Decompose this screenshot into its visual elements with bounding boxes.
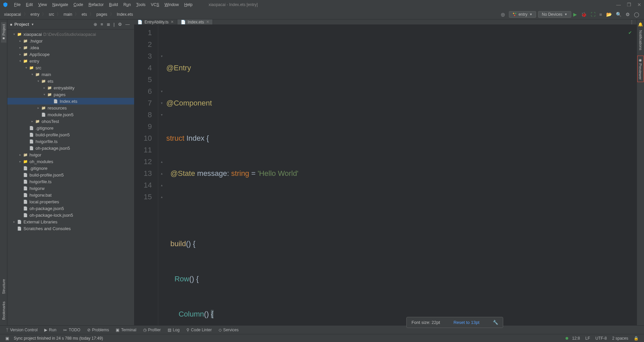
right-tab-previewer[interactable]: ◉ Previewer [637, 56, 644, 82]
app-logo-icon [3, 2, 8, 7]
bottom-todo[interactable]: ≔TODO [60, 328, 83, 332]
tree-item[interactable]: ▸.idea [7, 44, 134, 51]
tree-item[interactable]: ▾main [7, 71, 134, 78]
tree-item[interactable]: ▾entry [7, 58, 134, 64]
tab-index[interactable]: 📄 Index.ets ✕ [177, 19, 213, 24]
bottom-linter[interactable]: ⚲Code Linter [183, 328, 215, 332]
lock-icon[interactable]: 🔒 [631, 336, 641, 341]
tree-item[interactable]: .gitignore [7, 165, 134, 172]
menu-window[interactable]: Window [162, 2, 182, 7]
close-tab-icon[interactable]: ✕ [171, 20, 174, 24]
menu-tools[interactable]: Tools [133, 2, 148, 7]
settings-icon[interactable]: ⚙ [624, 12, 632, 17]
tree-item[interactable]: ▸oh_modules [7, 158, 134, 165]
analysis-ok-icon[interactable]: ✔ [628, 27, 632, 39]
tree-item[interactable]: ▾ets [7, 78, 134, 84]
user-icon[interactable]: ◯ [632, 12, 641, 17]
bottom-log[interactable]: ▤Log [164, 328, 183, 332]
menu-run[interactable]: Run [121, 2, 133, 7]
tree-item[interactable]: build-profile.json5 [7, 131, 134, 138]
status-toggle-icon[interactable]: ▣ [3, 336, 12, 341]
project-tree[interactable]: ▾xiaopacaiD:\DevEcoStudio\xiaopacai▸.hvi… [7, 29, 134, 325]
search-icon[interactable]: 🔍 [614, 12, 624, 17]
bottom-terminal[interactable]: ▣Terminal [112, 328, 139, 332]
reset-font-link[interactable]: Reset to 13pt [454, 320, 479, 325]
tree-item[interactable]: hvigorw [7, 185, 134, 192]
tree-item[interactable]: module.json5 [7, 111, 134, 118]
tree-item[interactable]: build-profile.json5 [7, 172, 134, 178]
cursor-position[interactable]: 12:8 [570, 336, 583, 341]
wrench-icon[interactable]: 🔧 [493, 320, 498, 325]
debug-icon[interactable]: 🐞 [579, 12, 589, 17]
project-view-selector[interactable]: ■ Project ▼ [10, 22, 34, 27]
tree-item[interactable]: oh-package-lock.json5 [7, 212, 134, 218]
fold-column[interactable]: ▾▾▾▾▴▴▴▴ [158, 25, 165, 325]
menu-code[interactable]: Code [71, 2, 86, 7]
tree-item[interactable]: ▸External Libraries [7, 218, 134, 225]
close-icon[interactable]: ✕ [637, 2, 641, 7]
left-tab-structure[interactable]: Structure [1, 277, 6, 296]
hide-panel-icon[interactable]: — [124, 22, 131, 27]
module-selector[interactable]: entry▼ [509, 11, 536, 18]
bottom-run[interactable]: ▶Run [41, 328, 60, 332]
collapse-all-icon[interactable]: ≣ [105, 22, 112, 27]
minimize-icon[interactable]: — [616, 2, 621, 7]
tab-entryability[interactable]: 📄 EntryAbility.ts ✕ [134, 19, 177, 24]
menu-view[interactable]: View [36, 2, 50, 7]
run-icon[interactable]: ▶ [571, 12, 579, 17]
tree-item[interactable]: oh-package.json5 [7, 205, 134, 212]
code-area[interactable]: ✔ @Entry @Component struct Index { @Stat… [165, 25, 637, 325]
indent[interactable]: 2 spaces [609, 336, 631, 341]
expand-all-icon[interactable]: ≡ [99, 22, 105, 27]
encoding[interactable]: UTF-8 [593, 336, 609, 341]
tree-item[interactable]: ▸resources [7, 105, 134, 111]
coverage-icon[interactable]: ⛶ [589, 12, 597, 17]
tree-item[interactable]: ▸AppScope [7, 51, 134, 58]
tree-item[interactable]: .gitignore [7, 125, 134, 131]
menu-edit[interactable]: Edit [23, 2, 36, 7]
tree-item[interactable]: ▸ohosTest [7, 118, 134, 125]
line-separator[interactable]: LF [583, 336, 593, 341]
menu-navigate[interactable]: Navigate [50, 2, 71, 7]
close-tab-icon[interactable]: ✕ [206, 20, 209, 24]
tab-menu-icon[interactable]: ⋮ [627, 19, 637, 24]
ets-file-icon: 📄 [137, 20, 142, 24]
tree-item[interactable]: ▸entryability [7, 84, 134, 91]
tree-item[interactable]: ▾pages [7, 91, 134, 98]
left-tab-project[interactable]: ■ Project [1, 22, 6, 43]
menu-vcs[interactable]: VCS [148, 2, 162, 7]
tree-settings-icon[interactable]: ⚙ [116, 22, 124, 27]
tree-item[interactable]: local.properties [7, 198, 134, 205]
right-tab-notifications[interactable]: Notifications [638, 28, 643, 52]
tree-item[interactable]: ▾xiaopacaiD:\DevEcoStudio\xiaopacai [7, 31, 134, 38]
line-gutter[interactable]: 123456789101112131415 [134, 25, 158, 325]
tree-item[interactable]: hvigorw.bat [7, 192, 134, 198]
menu-file[interactable]: File [11, 2, 23, 7]
tree-item[interactable]: hvigorfile.ts [7, 178, 134, 185]
maximize-icon[interactable]: ❐ [627, 2, 631, 7]
stop-icon[interactable]: ■ [597, 12, 604, 17]
tree-item[interactable]: hvigorfile.ts [7, 138, 134, 145]
bottom-services[interactable]: ◇Services [215, 328, 242, 332]
menu-refactor[interactable]: Refactor [86, 2, 106, 7]
select-opened-icon[interactable]: ⊕ [92, 22, 99, 27]
tree-item[interactable]: Scratches and Consoles [7, 225, 134, 232]
tree-item[interactable]: ▸hvigor [7, 151, 134, 158]
left-tab-bookmarks[interactable]: Bookmarks [1, 299, 6, 322]
tree-item[interactable]: Index.ets [7, 98, 134, 105]
tree-item[interactable]: ▸.hvigor [7, 38, 134, 44]
breadcrumb[interactable]: xiaopacai〉 entry〉 src〉 main〉 ets〉 pages〉… [3, 11, 134, 17]
bell-icon[interactable]: 🔔 [638, 22, 643, 27]
folder-open-icon[interactable]: 📂 [604, 12, 614, 17]
bottom-vcs[interactable]: ᛘVersion Control [3, 328, 41, 332]
bottom-problems[interactable]: ⊘Problems [84, 328, 113, 332]
device-selector[interactable]: No Devices▼ [538, 11, 571, 18]
tree-item[interactable]: ▾src [7, 64, 134, 71]
tree-item[interactable]: oh-package.json5 [7, 145, 134, 151]
menu-help[interactable]: Help [181, 2, 195, 7]
bottom-profiler[interactable]: ◷Profiler [140, 328, 164, 332]
menu-build[interactable]: Build [106, 2, 121, 7]
lint-icon: ⚲ [186, 328, 189, 332]
warning-icon: ⊘ [87, 328, 91, 332]
target-icon[interactable]: ◎ [499, 12, 507, 17]
